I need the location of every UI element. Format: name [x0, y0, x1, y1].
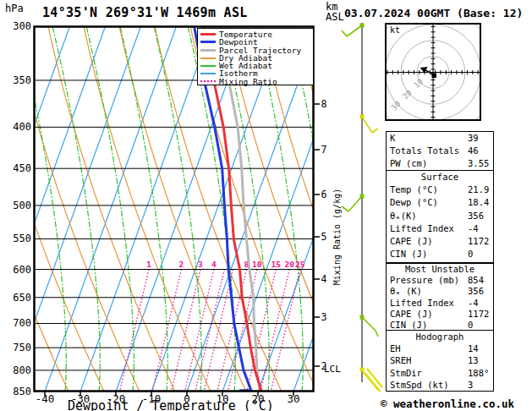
wind-barb — [360, 115, 379, 134]
hodograph-ring-label: 10 — [412, 77, 425, 90]
legend-item: Mixing Ratio — [200, 78, 313, 85]
pressure-tick-label: 350 — [13, 74, 31, 86]
mixing-ratio-label: 2 — [179, 260, 184, 269]
stat-label: StmDir — [390, 368, 422, 378]
mixing-ratio-label: 25 — [295, 260, 305, 269]
stat-label: SREH — [390, 355, 411, 365]
stat-row: CAPE (J)1172 — [387, 309, 493, 320]
hodograph-ring-label: 30 — [390, 100, 403, 112]
stat-label: CIN (J) — [390, 320, 427, 330]
wind-barb — [360, 368, 383, 392]
pressure-tick-label: 600 — [13, 264, 31, 276]
stat-label: θₑ(K) — [390, 211, 417, 221]
stat-row: Lifted Index-4 — [387, 298, 493, 309]
stat-section-title: Surface — [387, 171, 493, 184]
stat-value: 854 — [468, 275, 484, 286]
stat-row: K39 — [387, 132, 493, 145]
wet-adiabat-line — [323, 26, 370, 392]
stat-row: PW (cm)3.55 — [387, 157, 493, 170]
pressure-tick-label: 800 — [13, 364, 31, 376]
stat-section-title: Hodograph — [387, 331, 493, 342]
legend-swatch-thick — [200, 33, 216, 36]
chart-datetime: 03.07.2024 00GMT (Base: 12) — [344, 7, 523, 19]
surface-table: SurfaceTemp (°C)21.9Dewp (°C)18.4θₑ(K)35… — [386, 170, 494, 263]
km-tick-label: 6 — [321, 189, 327, 200]
wind-barb — [360, 315, 379, 337]
stat-row: StmDir188° — [387, 367, 493, 379]
legend-item-label: Mixing Ratio — [219, 78, 277, 85]
stat-row: Dewp (°C)18.4 — [387, 196, 493, 209]
stat-label: EH — [390, 343, 401, 353]
wind-barb — [342, 195, 365, 212]
altitude-unit-asl: ASL — [326, 11, 344, 23]
mixing-ratio-axis-title: Mixing Ratio (g/kg) — [332, 189, 342, 285]
wind-barb-line — [342, 206, 348, 211]
stat-value: 1172 — [468, 309, 489, 320]
stat-label: StmSpd (kt) — [390, 380, 449, 390]
stat-row: Pressure (mb)854 — [387, 275, 493, 286]
stat-label: K — [390, 133, 395, 143]
wind-barb-station-dot — [360, 315, 365, 320]
legend-swatch-thin — [200, 73, 216, 74]
wet-adiabat-line — [120, 26, 167, 392]
mixing-ratio-label: 20 — [285, 260, 295, 269]
stat-value: 0 — [468, 248, 473, 260]
stat-row: CIN (J)0 — [387, 248, 493, 260]
stat-label: PW (cm) — [390, 158, 427, 168]
legend-swatch-thick — [200, 49, 216, 52]
sounding-chart-page: 1234810152025300350400450500550600650700… — [0, 0, 532, 411]
mixing-ratio-label: 3 — [198, 260, 203, 269]
wet-adiabat-line — [52, 26, 100, 392]
stat-value: 1172 — [468, 235, 489, 248]
legend-swatch-thin — [200, 65, 216, 67]
dry-adiabat-line — [84, 26, 211, 392]
wet-adiabat-line — [154, 26, 201, 392]
stat-row: θₑ(K)356 — [387, 210, 493, 222]
copyright-credit: © weatheronline.co.uk — [381, 397, 514, 410]
wind-barb-line — [372, 129, 378, 133]
km-tick-label: 3 — [321, 311, 327, 323]
stat-value: -4 — [468, 298, 479, 309]
pressure-tick-label: 450 — [13, 162, 31, 174]
wind-barb-line — [347, 25, 362, 36]
stat-label: Totals Totals — [390, 145, 459, 156]
stat-label: Lifted Index — [390, 223, 454, 233]
temp-tick-label: 30 — [287, 392, 299, 405]
pressure-tick-label: 650 — [13, 292, 31, 304]
km-tick-label: 5 — [321, 231, 327, 243]
stat-value: 3 — [468, 379, 473, 391]
wind-barb-station-dot — [360, 24, 365, 28]
pressure-axis-unit: hPa — [5, 3, 24, 14]
wind-barb-station-dot — [360, 368, 365, 372]
mixing-ratio-label: 4 — [211, 260, 217, 269]
wind-barb-station-dot — [360, 195, 365, 199]
hodograph-ring-label: 20 — [401, 89, 414, 101]
stat-value: -4 — [468, 222, 479, 235]
stat-value: 356 — [468, 286, 484, 297]
wind-barb-line — [348, 196, 362, 211]
stat-value: 46 — [468, 145, 479, 157]
stat-label: Lifted Index — [390, 298, 454, 308]
stat-value: 188° — [468, 367, 489, 379]
stat-row: EH14 — [387, 342, 493, 354]
hodograph-table: HodographEH14SREH13StmDir188°StmSpd (kt)… — [386, 330, 494, 392]
wind-barb — [342, 24, 365, 37]
most-unstable-table: Most UnstablePressure (mb)854θₑ (K)356Li… — [386, 263, 494, 331]
stat-row: Lifted Index-4 — [387, 222, 493, 235]
legend-swatch-dotted — [200, 80, 216, 82]
pressure-tick-label: 550 — [13, 233, 31, 244]
wind-barb-line — [342, 30, 347, 36]
stat-label: CAPE (J) — [390, 309, 433, 319]
stat-label: Dewp (°C) — [390, 197, 438, 207]
pressure-tick-label: 850 — [13, 386, 31, 397]
altitude-axis-unit: kmASL — [326, 2, 344, 22]
stat-value: 356 — [468, 210, 484, 222]
stat-row: SREH13 — [387, 354, 493, 366]
wind-barb-line — [362, 117, 372, 133]
pressure-tick-label: 500 — [13, 200, 31, 211]
stat-label: CAPE (J) — [390, 236, 433, 246]
km-tick-label: 7 — [321, 144, 327, 156]
dry-adiabat-line — [48, 26, 175, 392]
legend-box: TemperatureDewpointParcel TrajectoryDry … — [197, 28, 314, 85]
mixing-ratio-label: 1 — [146, 260, 151, 269]
